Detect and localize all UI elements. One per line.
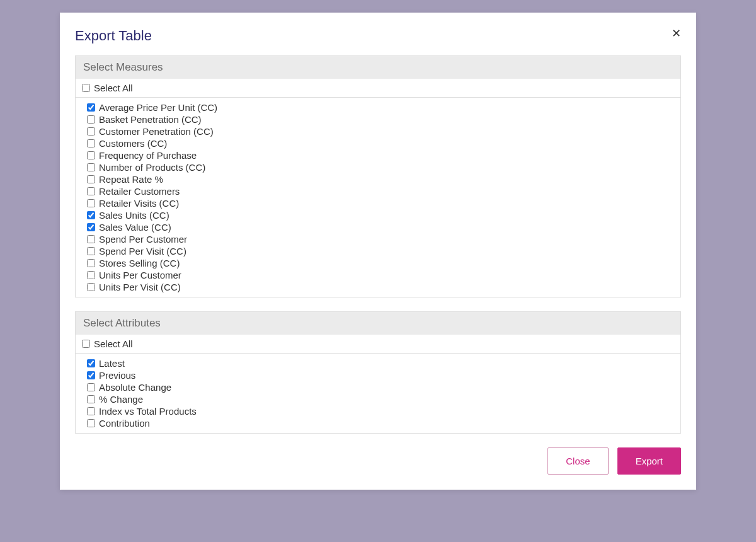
measures-list: Average Price Per Unit (CC)Basket Penetr… [76,98,680,297]
attribute-checkbox[interactable] [87,419,95,427]
list-item: Customer Penetration (CC) [87,125,669,137]
attribute-label[interactable]: Index vs Total Products [99,406,197,417]
measure-checkbox[interactable] [87,211,95,219]
attributes-section: Select Attributes Select All LatestPrevi… [75,311,681,434]
attributes-select-all-checkbox[interactable] [82,340,90,348]
list-item: Retailer Customers [87,185,669,197]
measure-checkbox[interactable] [87,187,95,195]
list-item: Spend Per Visit (CC) [87,245,669,257]
measure-checkbox[interactable] [87,151,95,159]
measure-label[interactable]: Customers (CC) [99,138,167,149]
list-item: Basket Penetration (CC) [87,113,669,125]
measures-select-all-checkbox[interactable] [82,84,90,92]
list-item: Units Per Customer [87,269,669,281]
list-item: Absolute Change [87,381,669,393]
list-item: Stores Selling (CC) [87,257,669,269]
attributes-select-all-label[interactable]: Select All [82,338,674,349]
measures-select-all-label[interactable]: Select All [82,83,674,93]
measure-label[interactable]: Stores Selling (CC) [99,258,180,268]
list-item: Sales Value (CC) [87,221,669,233]
list-item: Previous [87,369,669,381]
list-item: Units Per Visit (CC) [87,281,669,293]
attribute-checkbox[interactable] [87,371,95,379]
attribute-label[interactable]: Previous [99,370,135,381]
attribute-checkbox[interactable] [87,383,95,391]
button-row: Close Export [75,447,681,475]
measure-checkbox[interactable] [87,127,95,136]
list-item: Contribution [87,417,669,429]
measure-checkbox[interactable] [87,199,95,207]
measure-checkbox[interactable] [87,175,95,183]
attribute-checkbox[interactable] [87,407,95,415]
measure-label[interactable]: Sales Value (CC) [99,222,171,233]
measure-label[interactable]: Number of Products (CC) [99,162,205,173]
measures-select-all-row: Select All [76,79,680,98]
close-icon[interactable]: ✕ [672,28,681,39]
measure-label[interactable]: Customer Penetration (CC) [99,126,214,137]
measure-checkbox[interactable] [87,235,95,243]
measure-label[interactable]: Retailer Visits (CC) [99,198,179,209]
attributes-select-all-text: Select All [94,338,133,349]
measure-checkbox[interactable] [87,163,95,171]
measure-label[interactable]: Repeat Rate % [99,174,163,185]
attribute-label[interactable]: % Change [99,394,143,405]
export-button[interactable]: Export [617,447,681,475]
measure-checkbox[interactable] [87,271,95,279]
measure-checkbox[interactable] [87,139,95,147]
measure-checkbox[interactable] [87,259,95,267]
measure-label[interactable]: Spend Per Visit (CC) [99,246,186,257]
attribute-label[interactable]: Contribution [99,418,150,429]
attribute-checkbox[interactable] [87,359,95,367]
measure-label[interactable]: Frequency of Purchase [99,150,197,161]
attribute-label[interactable]: Latest [99,358,125,369]
list-item: Sales Units (CC) [87,209,669,221]
measure-checkbox[interactable] [87,247,95,255]
modal-title: Export Table [75,28,681,44]
measure-checkbox[interactable] [87,283,95,291]
attributes-list: LatestPreviousAbsolute Change% ChangeInd… [76,354,680,433]
list-item: Frequency of Purchase [87,149,669,161]
attributes-select-all-row: Select All [76,335,680,354]
list-item: Index vs Total Products [87,405,669,417]
list-item: % Change [87,393,669,405]
attribute-checkbox[interactable] [87,395,95,403]
export-table-modal: Export Table ✕ Select Measures Select Al… [60,13,696,490]
list-item: Number of Products (CC) [87,161,669,173]
list-item: Average Price Per Unit (CC) [87,101,669,113]
close-button[interactable]: Close [547,447,608,475]
measure-checkbox[interactable] [87,115,95,124]
measures-section: Select Measures Select All Average Price… [75,55,681,297]
measure-label[interactable]: Sales Units (CC) [99,210,169,221]
list-item: Repeat Rate % [87,173,669,185]
measure-label[interactable]: Units Per Customer [99,270,181,280]
measure-label[interactable]: Spend Per Customer [99,234,187,245]
measure-checkbox[interactable] [87,103,95,112]
measure-label[interactable]: Basket Penetration (CC) [99,114,202,125]
list-item: Retailer Visits (CC) [87,197,669,209]
measure-checkbox[interactable] [87,223,95,231]
measure-label[interactable]: Average Price Per Unit (CC) [99,102,217,113]
list-item: Customers (CC) [87,137,669,149]
list-item: Latest [87,357,669,369]
attribute-label[interactable]: Absolute Change [99,382,171,393]
measures-header: Select Measures [76,56,680,79]
list-item: Spend Per Customer [87,233,669,245]
measure-label[interactable]: Units Per Visit (CC) [99,282,181,292]
attributes-header: Select Attributes [76,312,680,335]
measures-select-all-text: Select All [94,83,133,93]
measure-label[interactable]: Retailer Customers [99,186,180,197]
